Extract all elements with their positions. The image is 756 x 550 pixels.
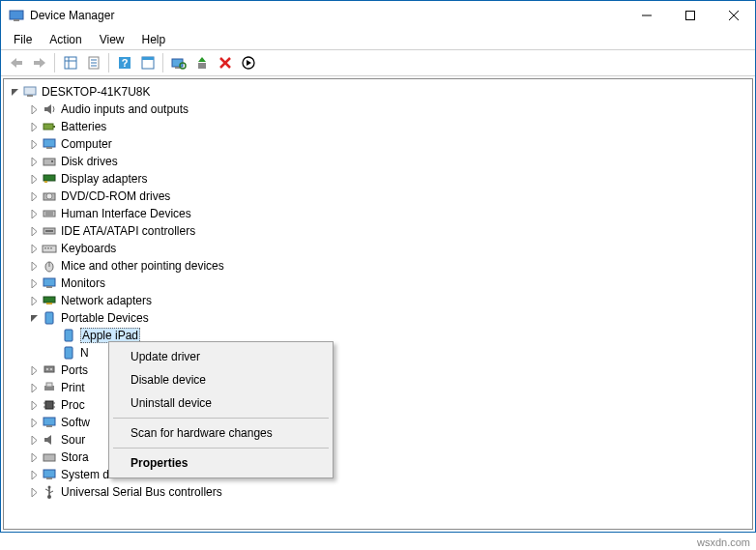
svg-marker-62 xyxy=(32,262,37,271)
tree-item-display[interactable]: Display adapters xyxy=(25,170,750,188)
tree-label: Ports xyxy=(61,363,88,377)
menu-file[interactable]: File xyxy=(7,32,39,47)
svg-marker-33 xyxy=(32,105,37,114)
svg-rect-72 xyxy=(45,312,53,324)
menu-help[interactable]: Help xyxy=(135,32,173,47)
expand-icon[interactable] xyxy=(27,450,41,464)
help-topics-button[interactable] xyxy=(136,52,159,73)
svg-rect-74 xyxy=(65,347,73,359)
expand-icon[interactable] xyxy=(27,363,41,377)
properties-button[interactable] xyxy=(82,52,104,73)
ctx-uninstall-device[interactable]: Uninstall device xyxy=(111,391,331,415)
svg-rect-67 xyxy=(46,286,52,288)
collapse-icon[interactable] xyxy=(27,311,41,325)
svg-point-43 xyxy=(51,160,53,162)
svg-rect-7 xyxy=(16,61,22,65)
forward-button[interactable] xyxy=(28,52,50,73)
expand-icon[interactable] xyxy=(27,416,41,429)
tree-item-batteries[interactable]: Batteries xyxy=(25,118,750,135)
tree-label: Portable Devices xyxy=(61,311,149,325)
svg-marker-35 xyxy=(32,123,37,131)
expand-icon[interactable] xyxy=(27,172,41,186)
audio-icon xyxy=(42,101,57,117)
expand-icon[interactable] xyxy=(27,259,41,273)
svg-rect-0 xyxy=(10,11,23,19)
tree-label: Display adapters xyxy=(61,172,147,186)
svg-rect-61 xyxy=(50,247,52,249)
minimize-button[interactable] xyxy=(625,1,668,30)
app-icon xyxy=(9,8,24,23)
tree-root[interactable]: DESKTOP-41K7U8K xyxy=(6,83,750,101)
menu-view[interactable]: View xyxy=(93,32,131,47)
mouse-icon xyxy=(42,258,57,274)
expand-icon[interactable] xyxy=(27,485,41,499)
tree-item-usb[interactable]: Universal Serial Bus controllers xyxy=(25,483,750,501)
system-icon xyxy=(42,467,57,482)
toolbar-separator xyxy=(108,53,109,72)
tree-item-diskdrives[interactable]: Disk drives xyxy=(25,153,750,170)
ctx-disable-device[interactable]: Disable device xyxy=(111,368,331,391)
disk-icon xyxy=(42,154,57,169)
collapse-icon[interactable] xyxy=(8,85,21,99)
ctx-update-driver[interactable]: Update driver xyxy=(111,345,331,368)
usb-icon xyxy=(42,484,57,500)
tree-label: Mice and other pointing devices xyxy=(61,259,224,273)
svg-marker-8 xyxy=(40,58,45,68)
scan-hardware-button[interactable] xyxy=(167,52,189,73)
svg-rect-89 xyxy=(44,418,55,425)
tree-item-audio[interactable]: Audio inputs and outputs xyxy=(25,101,750,118)
svg-marker-98 xyxy=(32,488,37,497)
tree-label: Softw xyxy=(61,416,90,429)
tree-item-ide[interactable]: IDE ATA/ATAPI controllers xyxy=(25,222,750,240)
back-button[interactable] xyxy=(5,52,27,73)
tree-label: DESKTOP-41K7U8K xyxy=(42,85,151,99)
svg-rect-40 xyxy=(46,147,52,149)
svg-marker-47 xyxy=(32,192,37,201)
expand-icon[interactable] xyxy=(27,242,41,255)
svg-rect-9 xyxy=(34,61,40,65)
expand-icon[interactable] xyxy=(27,207,41,220)
expand-icon[interactable] xyxy=(27,120,41,133)
expand-icon[interactable] xyxy=(27,137,41,151)
portable-device-icon xyxy=(61,328,76,343)
tree-item-network[interactable]: Network adapters xyxy=(25,292,750,309)
tree-item-dvd[interactable]: DVD/CD-ROM drives xyxy=(25,188,750,205)
tree-item-portable[interactable]: Portable Devices xyxy=(25,309,750,327)
expand-icon[interactable] xyxy=(27,276,41,290)
expand-icon[interactable] xyxy=(27,468,41,481)
svg-text:?: ? xyxy=(121,57,128,69)
svg-marker-44 xyxy=(32,175,37,184)
disable-button[interactable] xyxy=(237,52,259,73)
expand-icon[interactable] xyxy=(27,294,41,307)
expand-icon[interactable] xyxy=(27,381,41,394)
svg-rect-22 xyxy=(175,67,180,69)
tree-item-monitors[interactable]: Monitors xyxy=(25,275,750,292)
ctx-properties[interactable]: Properties xyxy=(111,451,331,475)
expand-icon[interactable] xyxy=(27,102,41,116)
expand-icon[interactable] xyxy=(27,189,41,203)
svg-rect-36 xyxy=(44,124,53,130)
svg-rect-46 xyxy=(44,181,47,183)
tree-item-hid[interactable]: Human Interface Devices xyxy=(25,205,750,222)
expand-icon[interactable] xyxy=(27,433,41,447)
help-button[interactable]: ? xyxy=(113,52,135,73)
expand-icon[interactable] xyxy=(27,224,41,238)
tree-label: Audio inputs and outputs xyxy=(61,102,189,116)
expand-icon[interactable] xyxy=(27,155,41,168)
tree-item-mice[interactable]: Mice and other pointing devices xyxy=(25,257,750,275)
portable-device-icon xyxy=(61,345,76,361)
tree-item-computer[interactable]: Computer xyxy=(25,135,750,153)
svg-marker-38 xyxy=(32,140,37,149)
uninstall-button[interactable] xyxy=(214,52,236,73)
expand-icon[interactable] xyxy=(27,398,41,412)
computer-icon xyxy=(42,136,57,152)
menu-action[interactable]: Action xyxy=(43,32,88,47)
maximize-button[interactable] xyxy=(668,1,712,30)
svg-marker-25 xyxy=(198,57,206,62)
tree-item-keyboards[interactable]: Keyboards xyxy=(25,240,750,257)
ctx-scan-hardware[interactable]: Scan for hardware changes xyxy=(111,421,331,445)
update-driver-button[interactable] xyxy=(190,52,213,73)
menubar: File Action View Help xyxy=(1,30,755,49)
show-hide-tree-button[interactable] xyxy=(59,52,81,73)
close-button[interactable] xyxy=(712,1,755,30)
